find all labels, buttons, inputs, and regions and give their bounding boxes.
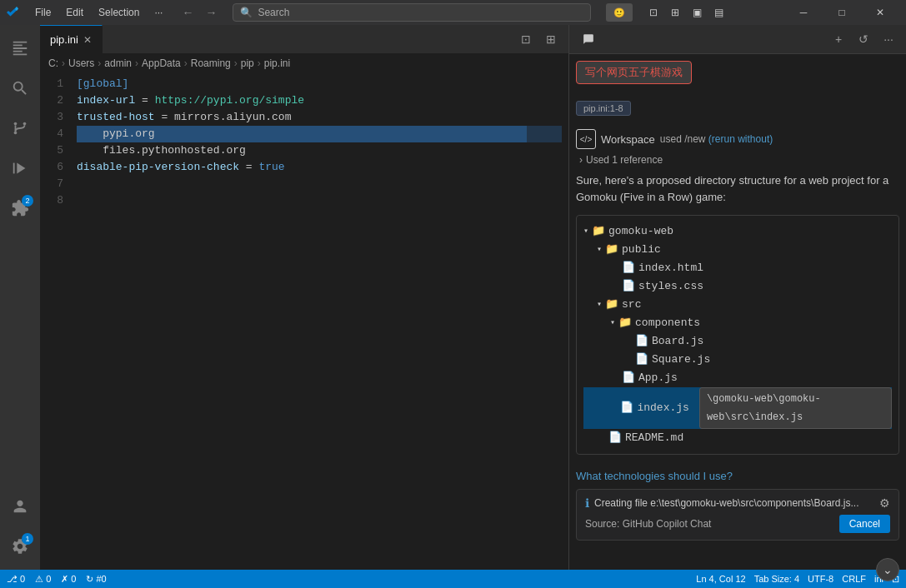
rerun-link[interactable]: (rerun without) <box>708 133 773 145</box>
tree-item-public[interactable]: ▾ 📁 public <box>583 241 892 259</box>
activity-explorer[interactable] <box>0 28 40 68</box>
maximize-button[interactable]: □ <box>823 0 861 25</box>
tree-item-app-js[interactable]: 📄 App.js <box>583 369 892 387</box>
account-button[interactable]: 🙂 <box>606 3 633 22</box>
layout-icon-1[interactable]: ⊡ <box>644 5 663 20</box>
gear-icon[interactable]: ⚙ <box>879 496 890 510</box>
activity-account[interactable] <box>0 486 40 526</box>
cancel-button[interactable]: Cancel <box>839 515 890 533</box>
copilot-history-button[interactable]: ↺ <box>853 28 874 50</box>
breadcrumb-filename: pip.ini <box>264 57 290 69</box>
copilot-add-button[interactable]: + <box>828 28 849 50</box>
layout-icon-3[interactable]: ▣ <box>688 5 706 20</box>
activity-search[interactable] <box>0 68 40 108</box>
tree-label: src <box>622 296 641 314</box>
activity-settings[interactable]: 1 <box>0 526 40 566</box>
code-line-6: disable-pip-version-check = true <box>77 159 562 176</box>
status-bar: ⎇ 0 ⚠ 0 ✗ 0 ↻ #0 Ln 4, Col 12 Tab Size: … <box>0 570 906 588</box>
file-reference[interactable]: pip.ini:1-8 <box>576 101 631 116</box>
copilot-panel: + ↺ ··· 写个网页五子棋游戏 pip.ini:1-8 </> Worksp… <box>568 25 906 570</box>
tree-item-gomoku-web[interactable]: ▾ 📁 gomoku-web <box>583 222 892 241</box>
status-tab-size[interactable]: Tab Size: 4 <box>754 574 799 585</box>
copilot-chat-tab[interactable] <box>576 30 601 48</box>
tree-label: Board.js <box>652 332 703 351</box>
tree-label: index.js <box>637 399 688 417</box>
titlebar: File Edit Selection ··· ← → 🔍 Search 🙂 ⊡… <box>0 0 906 25</box>
tab-label: pip.ini <box>50 33 78 46</box>
minimap <box>527 72 568 570</box>
status-git[interactable]: ⎇ 0 <box>7 574 25 585</box>
activity-run[interactable] <box>0 148 40 188</box>
tab-size-text: Tab Size: 4 <box>754 574 799 584</box>
status-task[interactable]: ↻ #0 <box>86 574 106 585</box>
activity-git[interactable] <box>0 108 40 148</box>
tree-item-styles-css[interactable]: 📄 styles.css <box>583 277 892 296</box>
tab-pip-ini[interactable]: pip.ini ✕ <box>40 25 103 54</box>
window-controls: ─ □ ✕ <box>784 0 899 25</box>
search-icon: 🔍 <box>240 7 253 18</box>
tree-label: App.js <box>638 369 678 387</box>
nav-back-button[interactable]: ← <box>178 3 198 22</box>
status-right: Ln 4, Col 12 Tab Size: 4 UTF-8 CRLF ini … <box>696 574 899 585</box>
status-errors[interactable]: ✗ 0 <box>61 574 76 585</box>
eol-text: CRLF <box>842 574 866 584</box>
menu-selection[interactable]: Selection <box>92 5 146 20</box>
tree-item-index-js[interactable]: 📄 index.js \gomoku-web\gomoku-web\src\in… <box>583 387 892 429</box>
activity-extensions[interactable]: 2 <box>0 188 40 228</box>
status-warnings[interactable]: ⚠ 0 <box>35 574 51 585</box>
minimize-button[interactable]: ─ <box>784 0 823 25</box>
chat-prompt: 写个网页五子棋游戏 <box>576 61 692 84</box>
git-branch-icon: ⎇ <box>7 574 18 585</box>
used-reference[interactable]: › Used 1 reference <box>579 154 899 166</box>
menu-edit[interactable]: Edit <box>59 5 90 20</box>
code-line-2: index-url = https://pypi.org/simple <box>77 92 562 109</box>
menu-file[interactable]: File <box>28 5 58 20</box>
folder-icon: 📁 <box>618 314 632 332</box>
status-encoding[interactable]: UTF-8 <box>808 574 833 585</box>
main-layout: 2 1 pip.ini ✕ ⊡ ⊞ <box>0 25 906 570</box>
tree-item-square-js[interactable]: 📄 Square.js <box>583 351 892 369</box>
code-content[interactable]: [global] index-url = https://pypi.org/si… <box>70 72 568 570</box>
tree-item-readme[interactable]: 📄 README.md <box>583 429 892 447</box>
more-actions-button[interactable]: ⊞ <box>540 28 562 50</box>
status-text: Creating file e:\test\gomoku-web\src\com… <box>594 497 874 509</box>
status-eol[interactable]: CRLF <box>842 574 866 585</box>
layout-icon-2[interactable]: ⊞ <box>666 5 684 20</box>
split-editor-button[interactable]: ⊡ <box>515 28 537 50</box>
chevron-icon: ▾ <box>597 241 602 259</box>
menu-more[interactable]: ··· <box>148 5 169 20</box>
editor-area: pip.ini ✕ ⊡ ⊞ C: › Users › admin › AppDa… <box>40 25 568 570</box>
tree-item-src[interactable]: ▾ 📁 src <box>583 296 892 314</box>
tree-label: README.md <box>625 429 683 447</box>
chevron-icon: ▾ <box>610 314 615 332</box>
tree-item-index-html[interactable]: 📄 index.html <box>583 259 892 277</box>
tree-label: styles.css <box>638 277 703 296</box>
breadcrumb-appdata: AppData <box>142 57 181 69</box>
info-icon: ℹ <box>585 496 589 510</box>
workspace-label: Workspace <box>601 133 655 146</box>
follow-up-link[interactable]: What technologies should I use? <box>576 470 899 482</box>
chevron-right-icon: › <box>579 154 583 166</box>
search-bar[interactable]: 🔍 Search <box>233 3 591 22</box>
scroll-down-button[interactable]: ⌄ <box>876 558 899 570</box>
source-label: Source: GitHub Copilot Chat <box>585 518 711 530</box>
copilot-more-button[interactable]: ··· <box>878 28 899 50</box>
tab-icons: ⊡ ⊞ <box>515 28 568 50</box>
layout-icon-4[interactable]: ▤ <box>709 5 728 20</box>
status-line-col[interactable]: Ln 4, Col 12 <box>696 574 745 585</box>
line-numbers: 1 2 3 4 5 6 7 8 <box>40 72 70 570</box>
breadcrumb-pip: pip <box>241 57 254 69</box>
svg-rect-4 <box>13 163 15 174</box>
close-button[interactable]: ✕ <box>861 0 899 25</box>
file-icon: 📄 <box>620 399 633 417</box>
tree-label: gomoku-web <box>608 222 673 241</box>
tab-close-button[interactable]: ✕ <box>83 34 92 46</box>
breadcrumb: C: › Users › admin › AppData › Roaming ›… <box>40 54 568 72</box>
nav-forward-button[interactable]: → <box>201 3 221 22</box>
breadcrumb-users: Users <box>68 57 94 69</box>
directory-tree: ▾ 📁 gomoku-web ▾ 📁 public 📄 index.html 📄 <box>576 215 899 455</box>
code-line-3: trusted-host = mirrors.aliyun.com <box>77 109 562 126</box>
tree-item-board-js[interactable]: 📄 Board.js <box>583 332 892 351</box>
file-icon: 📄 <box>635 332 648 351</box>
tree-item-components[interactable]: ▾ 📁 components <box>583 314 892 332</box>
